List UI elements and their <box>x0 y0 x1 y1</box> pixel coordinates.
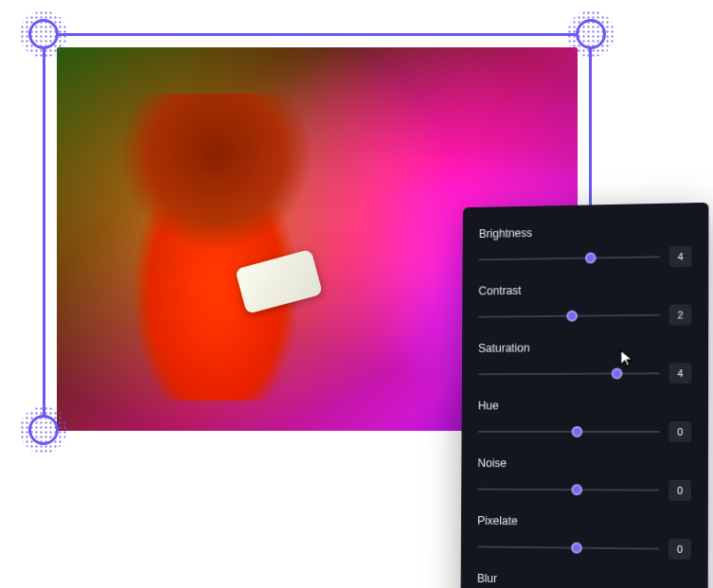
slider-thumb[interactable] <box>572 426 583 437</box>
slider-thumb[interactable] <box>566 311 578 322</box>
slider-label: Contrast <box>478 282 691 298</box>
adjustments-panel: Brightness 4 Contrast 2 Saturation 4 Hue <box>460 203 708 588</box>
hue-slider[interactable] <box>478 431 660 433</box>
saturation-slider[interactable] <box>478 372 660 375</box>
slider-value[interactable]: 4 <box>668 363 691 383</box>
resize-handle-bottom-left[interactable] <box>28 415 59 445</box>
slider-row-blur: Blur 0 <box>477 572 691 588</box>
brightness-slider[interactable] <box>479 256 660 260</box>
resize-handle-top-right[interactable] <box>576 19 606 49</box>
slider-thumb[interactable] <box>571 484 582 495</box>
slider-value[interactable]: 0 <box>668 539 691 560</box>
slider-label: Hue <box>478 399 691 412</box>
slider-row-hue: Hue 0 <box>478 399 692 442</box>
slider-row-noise: Noise 0 <box>477 456 691 501</box>
slider-thumb[interactable] <box>571 543 582 554</box>
slider-thumb[interactable] <box>585 252 597 263</box>
noise-slider[interactable] <box>477 489 659 491</box>
slider-label: Brightness <box>479 223 692 241</box>
slider-row-saturation: Saturation 4 <box>478 340 691 384</box>
pixelate-slider[interactable] <box>477 545 659 549</box>
slider-label: Blur <box>477 572 691 588</box>
slider-label: Noise <box>477 456 691 471</box>
slider-value[interactable]: 4 <box>669 246 692 267</box>
slider-thumb[interactable] <box>612 368 623 380</box>
slider-label: Saturation <box>478 340 691 354</box>
slider-row-contrast: Contrast 2 <box>478 282 691 328</box>
resize-handle-top-left[interactable] <box>28 19 59 49</box>
slider-value[interactable]: 0 <box>668 480 691 501</box>
slider-label: Pixelate <box>477 514 691 529</box>
slider-value[interactable]: 2 <box>669 304 692 325</box>
contrast-slider[interactable] <box>478 314 660 318</box>
slider-row-pixelate: Pixelate 0 <box>477 514 691 560</box>
slider-row-brightness: Brightness 4 <box>479 223 692 270</box>
slider-value[interactable]: 0 <box>668 421 691 442</box>
